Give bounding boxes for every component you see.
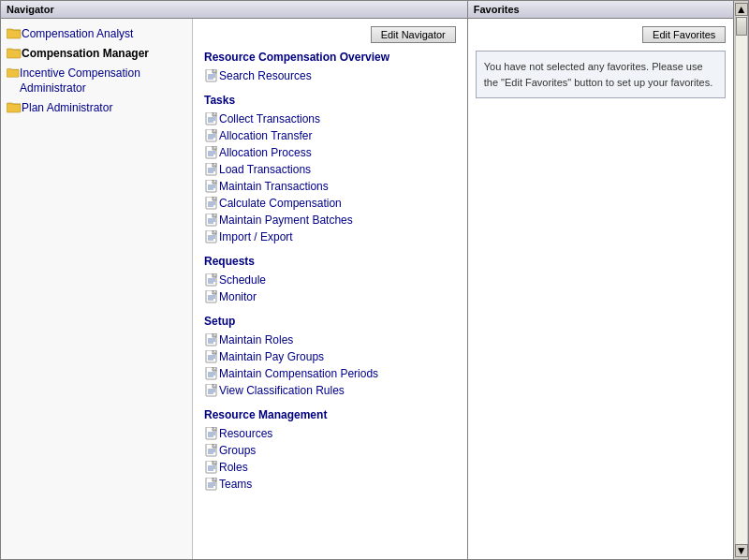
nav-item: Load Transactions	[204, 161, 456, 178]
tasks-section: Tasks Collect Transactions Allocation Tr…	[204, 94, 456, 245]
nav-item: Allocation Process	[204, 144, 456, 161]
nav-item: Maintain Transactions	[204, 178, 456, 195]
edit-navigator-button[interactable]: Edit Navigator	[371, 26, 456, 43]
svg-rect-44	[206, 230, 216, 243]
overview-section-title: Resource Compensation Overview	[204, 51, 456, 64]
nav-item: Search Resources	[204, 67, 456, 84]
favorites-panel: Favorites Edit Favorites You have not se…	[468, 1, 734, 559]
favorites-body: Edit Favorites You have not selected any…	[468, 19, 734, 559]
nav-link[interactable]: Maintain Transactions	[219, 180, 329, 193]
svg-rect-69	[206, 367, 216, 379]
nav-item: Maintain Compensation Periods	[204, 365, 456, 382]
setup-section-title: Setup	[204, 315, 456, 328]
svg-rect-74	[206, 384, 216, 396]
requests-section: Requests Schedule Monitor	[204, 255, 456, 305]
nav-link[interactable]: Groups	[219, 444, 256, 457]
svg-rect-0	[7, 30, 21, 38]
nav-link[interactable]: Monitor	[219, 290, 257, 303]
svg-rect-29	[206, 180, 216, 192]
nav-link[interactable]: Roles	[219, 461, 248, 474]
scrollbar[interactable]: ▲ ▼	[733, 1, 748, 559]
svg-rect-24	[206, 163, 216, 175]
nav-item: Groups	[204, 442, 456, 459]
favorites-title: Favorites	[468, 1, 734, 19]
svg-rect-59	[206, 333, 216, 346]
nav-item: Maintain Pay Groups	[204, 348, 456, 365]
svg-rect-79	[206, 427, 216, 439]
nav-item: Allocation Transfer	[204, 127, 456, 144]
requests-section-title: Requests	[204, 255, 456, 268]
svg-rect-39	[206, 214, 216, 226]
nav-item: Maintain Roles	[204, 332, 456, 348]
nav-link[interactable]: Teams	[219, 478, 252, 491]
role-item-plan-administrator[interactable]: Plan Administrator	[5, 98, 188, 118]
nav-item: Roles	[204, 459, 456, 476]
resource-management-section-title: Resource Management	[204, 408, 456, 421]
svg-rect-2	[7, 69, 19, 77]
svg-rect-54	[206, 290, 216, 302]
svg-rect-64	[206, 350, 216, 362]
nav-item: Maintain Payment Batches	[204, 212, 456, 228]
svg-rect-94	[206, 478, 216, 490]
nav-link[interactable]: Allocation Transfer	[219, 129, 312, 142]
edit-favorites-button[interactable]: Edit Favorites	[642, 26, 726, 43]
role-item-compensation-analyst[interactable]: Compensation Analyst	[5, 24, 188, 44]
nav-link[interactable]: Resources	[219, 427, 272, 440]
nav-item: Teams	[204, 476, 456, 493]
tasks-section-title: Tasks	[204, 94, 456, 107]
nav-link[interactable]: Maintain Roles	[219, 333, 293, 346]
scroll-up-button[interactable]: ▲	[735, 3, 748, 16]
nav-item: Schedule	[204, 272, 456, 288]
nav-link[interactable]: Import / Export	[219, 230, 293, 243]
role-sidebar: Compensation Analyst Compensation Manage…	[1, 19, 193, 559]
nav-item: Monitor	[204, 288, 456, 305]
scroll-thumb[interactable]	[736, 17, 747, 36]
role-item-incentive-compensation[interactable]: Incentive Compensation Administrator	[5, 64, 188, 99]
svg-rect-49	[206, 273, 216, 286]
scroll-track	[735, 16, 748, 544]
nav-link[interactable]: Collect Transactions	[219, 112, 320, 125]
resource-management-section: Resource Management Resources Groups Rol…	[204, 408, 456, 493]
navigator-title: Navigator	[1, 1, 467, 19]
role-item-compensation-manager[interactable]: Compensation Manager	[5, 44, 188, 64]
nav-link[interactable]: Search Resources	[219, 69, 312, 82]
svg-rect-3	[7, 104, 21, 112]
nav-link[interactable]: Maintain Payment Batches	[219, 214, 353, 227]
favorites-empty-message: You have not selected any favorites. Ple…	[476, 51, 727, 98]
nav-link[interactable]: Schedule	[219, 273, 266, 287]
nav-link[interactable]: Load Transactions	[219, 163, 311, 176]
setup-section: Setup Maintain Roles Maintain Pay Groups…	[204, 315, 456, 399]
svg-rect-84	[206, 444, 216, 456]
svg-rect-19	[206, 146, 216, 158]
svg-rect-34	[206, 197, 216, 209]
svg-rect-4	[206, 69, 216, 81]
nav-link[interactable]: Allocation Process	[219, 146, 312, 159]
nav-link[interactable]: Maintain Pay Groups	[219, 350, 324, 363]
overview-section: Resource Compensation Overview Search Re…	[204, 51, 456, 84]
nav-content: Edit Navigator Resource Compensation Ove…	[193, 19, 467, 559]
nav-link[interactable]: Maintain Compensation Periods	[219, 367, 378, 380]
navigator-panel: Navigator Compensation Analyst Compensat…	[1, 1, 468, 559]
nav-item: Calculate Compensation	[204, 195, 456, 212]
svg-rect-1	[7, 50, 21, 58]
svg-rect-89	[206, 461, 216, 473]
scroll-down-button[interactable]: ▼	[735, 544, 748, 557]
nav-link[interactable]: Calculate Compensation	[219, 197, 342, 210]
nav-item: Import / Export	[204, 228, 456, 245]
svg-rect-9	[206, 112, 216, 125]
nav-item: Resources	[204, 425, 456, 442]
nav-link[interactable]: View Classification Rules	[219, 384, 345, 397]
svg-rect-14	[206, 129, 216, 141]
nav-item: View Classification Rules	[204, 382, 456, 399]
nav-item: Collect Transactions	[204, 111, 456, 127]
